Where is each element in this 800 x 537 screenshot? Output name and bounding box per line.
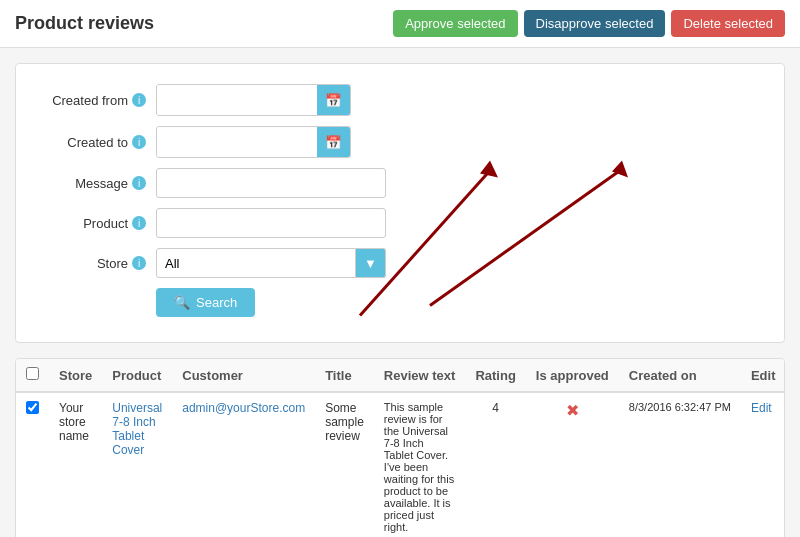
row-review-text: This sample review is for the Universal … — [374, 392, 466, 537]
message-info-icon[interactable]: i — [132, 176, 146, 190]
created-from-input[interactable] — [157, 85, 317, 115]
search-icon: 🔍 — [174, 295, 190, 310]
row-store: Your store name — [49, 392, 102, 537]
created-to-info-icon[interactable]: i — [132, 135, 146, 149]
created-to-input[interactable] — [157, 127, 317, 157]
product-row: Product i — [36, 208, 764, 238]
th-review-text: Review text — [374, 359, 466, 392]
created-from-calendar-button[interactable]: 📅 — [317, 85, 350, 115]
calendar-icon-2: 📅 — [325, 135, 342, 150]
row-checkbox-cell — [16, 392, 49, 537]
product-link[interactable]: Universal 7-8 Inch Tablet Cover — [112, 401, 162, 457]
calendar-icon: 📅 — [325, 93, 342, 108]
th-store: Store — [49, 359, 102, 392]
row-rating: 4 — [465, 392, 525, 537]
row-title: Some sample review — [315, 392, 374, 537]
page-title: Product reviews — [15, 13, 154, 34]
th-is-approved: Is approved — [526, 359, 619, 392]
page-header: Product reviews Approve selected Disappr… — [0, 0, 800, 48]
table-header-row: Store Product Customer Title Review text… — [16, 359, 785, 392]
created-from-input-wrap: 📅 — [156, 84, 351, 116]
delete-selected-button[interactable]: Delete selected — [671, 10, 785, 37]
message-row: Message i — [36, 168, 764, 198]
search-row: 🔍 Search — [36, 288, 764, 317]
store-label: Store i — [36, 256, 156, 271]
row-0-checkbox[interactable] — [26, 401, 39, 414]
store-select-wrap: All ▼ — [156, 248, 386, 278]
search-button[interactable]: 🔍 Search — [156, 288, 255, 317]
message-label: Message i — [36, 176, 156, 191]
store-select[interactable]: All — [156, 248, 356, 278]
table-section: Store Product Customer Title Review text… — [15, 358, 785, 537]
created-from-label: Created from i — [36, 93, 156, 108]
th-title: Title — [315, 359, 374, 392]
reviews-table: Store Product Customer Title Review text… — [16, 359, 785, 537]
message-input[interactable] — [156, 168, 386, 198]
th-customer: Customer — [172, 359, 315, 392]
not-approved-x-icon: ✖ — [566, 402, 579, 419]
th-rating: Rating — [465, 359, 525, 392]
th-checkbox — [16, 359, 49, 392]
created-to-calendar-button[interactable]: 📅 — [317, 127, 350, 157]
created-to-label: Created to i — [36, 135, 156, 150]
created-to-row: Created to i 📅 — [36, 126, 764, 158]
row-edit-cell: Edit — [741, 392, 785, 537]
table-row: Your store nameUniversal 7-8 Inch Tablet… — [16, 392, 785, 537]
row-is-approved: ✖ — [526, 392, 619, 537]
th-edit: Edit — [741, 359, 785, 392]
created-to-input-wrap: 📅 — [156, 126, 351, 158]
row-product: Universal 7-8 Inch Tablet Cover — [102, 392, 172, 537]
created-from-row: Created from i 📅 — [36, 84, 764, 116]
select-all-checkbox[interactable] — [26, 367, 39, 380]
store-row: Store i All ▼ — [36, 248, 764, 278]
th-created-on: Created on — [619, 359, 741, 392]
row-customer: admin@yourStore.com — [172, 392, 315, 537]
edit-link[interactable]: Edit — [751, 401, 772, 415]
select-arrow-icon: ▼ — [356, 248, 386, 278]
row-created-on: 8/3/2016 6:32:47 PM — [619, 392, 741, 537]
store-info-icon[interactable]: i — [132, 256, 146, 270]
filter-section: Created from i 📅 Created to i 📅 — [15, 63, 785, 343]
product-info-icon[interactable]: i — [132, 216, 146, 230]
product-input[interactable] — [156, 208, 386, 238]
header-buttons: Approve selected Disapprove selected Del… — [393, 10, 785, 37]
customer-link[interactable]: admin@yourStore.com — [182, 401, 305, 415]
disapprove-selected-button[interactable]: Disapprove selected — [524, 10, 666, 37]
th-product: Product — [102, 359, 172, 392]
product-label: Product i — [36, 216, 156, 231]
approve-selected-button[interactable]: Approve selected — [393, 10, 517, 37]
created-from-info-icon[interactable]: i — [132, 93, 146, 107]
